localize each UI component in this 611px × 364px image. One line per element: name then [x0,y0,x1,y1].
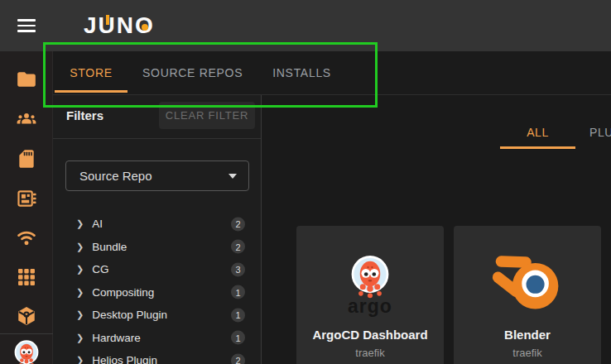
top-app-bar: JUNO [0,0,611,51]
category-count-badge: 2 [231,240,245,254]
chevron-right-icon: ❯ [76,242,84,251]
chevron-down-icon [229,174,237,179]
chevron-right-icon: ❯ [76,265,84,274]
category-row-hardware[interactable]: ❯ Hardware 1 [53,327,261,350]
category-count-badge: 1 [231,285,245,299]
apps-grid-icon[interactable] [16,266,37,288]
hamburger-menu-icon[interactable] [17,19,36,33]
category-label: Hardware [92,332,141,344]
category-row-cg[interactable]: ❯ CG 3 [53,258,261,281]
argo-wordmark: argo [348,297,392,316]
category-count-badge: 2 [231,217,245,231]
category-count-badge: 3 [231,262,245,276]
tab-source-repos[interactable]: SOURCE REPOS [127,51,257,94]
clear-filter-button[interactable]: CLEAR FILTER [159,102,255,129]
chevron-right-icon: ❯ [76,356,84,364]
chevron-right-icon: ❯ [76,288,84,297]
category-label: Bundle [92,241,127,253]
logo-u-orange-mark [106,15,109,25]
argocd-octopus-logo: argo [296,226,444,325]
category-label: Desktop Plugin [92,309,167,321]
groups-icon[interactable] [16,108,37,130]
sidebar-divider [0,333,53,334]
icon-sidebar [0,51,53,364]
chip-icon[interactable] [16,188,37,209]
card-source-repo: traefik [296,347,444,359]
tab-installs[interactable]: INSTALLS [257,51,346,94]
tab-store-label: STORE [70,66,112,79]
category-row-bundle[interactable]: ❯ Bundle 2 [53,236,261,259]
category-row-desktop-plugin[interactable]: ❯ Desktop Plugin 1 [53,304,261,327]
logo-letter-n: N [117,12,135,39]
category-count-badge: 1 [231,308,245,322]
tab-installs-label: INSTALLS [272,66,331,79]
logo-letter-u: U [99,12,117,39]
category-label: Compositing [92,286,154,299]
tab-store[interactable]: STORE [55,51,127,94]
category-count-badge: 2 [231,353,245,364]
category-row-compositing[interactable]: ❯ Compositing 1 [53,281,261,304]
argo-octopus-avatar[interactable] [12,339,41,364]
chevron-right-icon: ❯ [76,310,84,319]
source-repo-dropdown[interactable]: Source Repo [65,160,249,191]
category-row-helios-plugin[interactable]: ❯ Helios Plugin 2 [53,349,261,364]
chevron-right-icon: ❯ [76,333,84,342]
primary-tab-bar: STORE SOURCE REPOS INSTALLS [53,51,611,95]
source-repo-dropdown-value: Source Repo [79,169,152,183]
blender-logo [454,226,601,325]
sd-card-icon[interactable] [16,148,37,170]
logo-o-orange-dot [142,24,148,31]
category-label: Helios Plugin [92,354,157,364]
category-row-ai[interactable]: ❯ AI 2 [53,213,261,236]
folder-icon[interactable] [16,69,37,90]
tab-all-label: ALL [527,126,549,139]
app-card-blender[interactable]: Blender traefik [454,226,601,364]
app-card-argocd-dashboard[interactable]: argo ArgoCD Dashboard traefik [296,226,444,364]
filter-divider [53,138,261,139]
package-cube-icon[interactable] [16,305,37,327]
filter-panel: Filters CLEAR FILTER Source Repo ❯ AI 2 … [53,95,262,364]
logo-letter-j: J [84,12,99,39]
chevron-right-icon: ❯ [76,219,84,228]
logo-letter-o: O [135,12,155,39]
tab-all[interactable]: ALL [500,115,575,149]
wifi-icon[interactable] [16,227,37,248]
tab-plugins-cut-off[interactable]: PLU [575,115,611,149]
card-source-repo: traefik [454,347,601,359]
category-label: AI [92,218,103,230]
category-count-badge: 1 [231,331,245,345]
card-title: Blender [454,328,601,342]
card-title: ArgoCD Dashboard [296,328,444,342]
juno-logo: JUNO [84,0,155,51]
store-content: ALL PLU argo ArgoCD Dashboard traefik [262,95,611,364]
category-label: CG [92,263,108,275]
tab-plugins-label: PLU [589,126,611,139]
filters-title: Filters [66,108,103,122]
category-list: ❯ AI 2 ❯ Bundle 2 ❯ CG 3 ❯ Compositing 1… [53,213,261,364]
tab-source-repos-label: SOURCE REPOS [142,66,243,79]
